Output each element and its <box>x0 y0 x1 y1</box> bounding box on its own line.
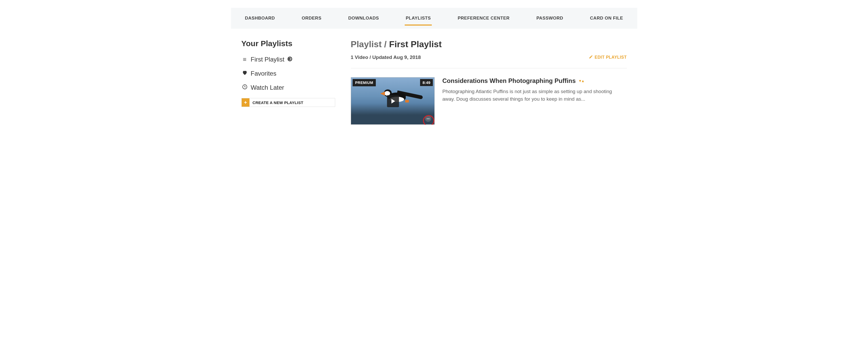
playlist-meta: 1 Video / Updated Aug 9, 2018 <box>351 55 421 60</box>
video-thumbnail[interactable]: PREMIUM 8:49 <box>351 77 435 125</box>
sidebar-item-first-playlist[interactable]: ≡ First Playlist <box>241 56 335 63</box>
playlists-sidebar: Your Playlists ≡ First Playlist Favorite… <box>241 39 335 125</box>
tab-downloads[interactable]: DOWNLOADS <box>347 8 380 29</box>
plus-icon: + <box>242 98 249 107</box>
sidebar-item-favorites[interactable]: Favorites <box>241 70 335 77</box>
playlist-main: Playlist / First Playlist 1 Video / Upda… <box>351 39 627 125</box>
tab-preference-center[interactable]: PREFERENCE CENTER <box>457 8 510 29</box>
breadcrumb: Playlist / First Playlist <box>351 39 627 49</box>
remove-video-button[interactable] <box>425 115 431 122</box>
create-playlist-button[interactable]: + CREATE A NEW PLAYLIST <box>241 98 335 107</box>
delete-playlist-icon[interactable] <box>287 56 293 63</box>
playlist-video-item: PREMIUM 8:49 Considerations When Photogr… <box>351 77 627 125</box>
sidebar-item-watch-later[interactable]: Watch Later <box>241 84 335 91</box>
reorder-icon[interactable]: ▼▲ <box>578 79 584 83</box>
edit-playlist-link[interactable]: EDIT PLAYLIST <box>589 55 627 60</box>
heart-icon <box>241 70 248 77</box>
menu-icon: ≡ <box>241 56 248 63</box>
edit-playlist-label: EDIT PLAYLIST <box>594 55 627 60</box>
premium-badge: PREMIUM <box>352 79 376 86</box>
tab-password[interactable]: PASSWORD <box>535 8 564 29</box>
create-playlist-label: CREATE A NEW PLAYLIST <box>249 98 335 107</box>
tab-dashboard[interactable]: DASHBOARD <box>244 8 276 29</box>
breadcrumb-prefix: Playlist / <box>351 39 389 49</box>
play-icon[interactable] <box>387 95 399 107</box>
sidebar-item-label: Favorites <box>251 70 277 77</box>
clock-icon <box>241 84 248 91</box>
tab-playlists[interactable]: PLAYLISTS <box>405 8 432 29</box>
video-description: Photographing Atlantic Puffins is not ju… <box>442 88 616 103</box>
breadcrumb-playlist-name: First Playlist <box>389 39 442 49</box>
video-title[interactable]: Considerations When Photographing Puffin… <box>442 77 576 84</box>
sidebar-item-label: Watch Later <box>251 84 284 91</box>
sidebar-title: Your Playlists <box>241 39 335 48</box>
pencil-icon <box>589 55 593 60</box>
account-tabs: DASHBOARD ORDERS DOWNLOADS PLAYLISTS PRE… <box>231 8 637 29</box>
tab-card-on-file[interactable]: CARD ON FILE <box>589 8 624 29</box>
tab-orders[interactable]: ORDERS <box>301 8 322 29</box>
sidebar-item-label: First Playlist <box>251 56 284 63</box>
duration-badge: 8:49 <box>420 79 433 86</box>
